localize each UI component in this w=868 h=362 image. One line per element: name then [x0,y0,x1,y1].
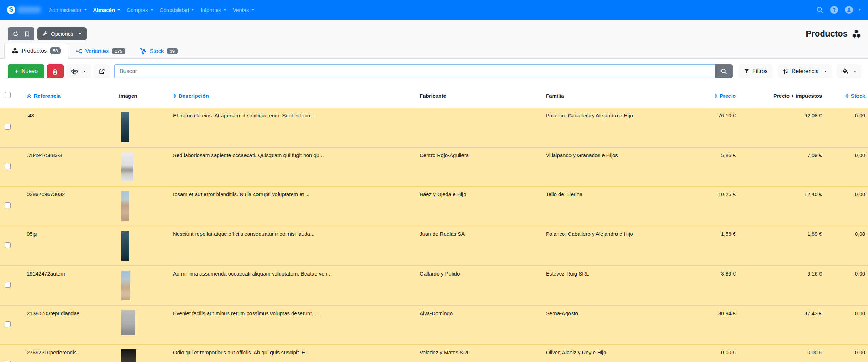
help-icon[interactable]: ? [830,6,838,14]
header-precio-impuestos: Precio + impuestos [739,84,825,108]
header-precio[interactable]: Precio [677,84,739,108]
cell-referencia: 27692310perferendis [18,344,116,362]
chevron-down-icon [84,9,87,11]
search-submit-button[interactable] [715,64,733,78]
table-row[interactable]: 19142472autem Ad minima assumenda occaec… [0,266,868,305]
product-thumbnail [121,231,129,261]
tab-stock[interactable]: Stock 39 [133,43,185,59]
filter-icon [744,69,749,74]
cell-descripcion: Eveniet facilis aut minus rerum possimus… [169,305,417,344]
cell-precio: 76,10 € [677,108,739,147]
cell-precio-impuestos: 9,16 € [739,266,825,305]
product-thumbnail [121,152,133,181]
table-row[interactable]: 27692310perferendis Odio qui et temporib… [0,344,868,362]
sort-amount-icon [783,69,789,75]
tab-count-badge: 58 [50,47,60,54]
options-button[interactable]: Opciones [37,27,87,40]
row-checkbox[interactable] [5,282,11,288]
cell-fabricante: Centro Rojo-Aguilera [417,147,542,186]
cell-precio: 8,89 € [677,266,739,305]
cell-fabricante: Alva-Domingo [417,305,542,344]
menu-item-ventas[interactable]: Ventas [230,4,257,16]
cell-precio: 10,25 € [677,186,739,226]
cell-referencia: 19142472autem [18,266,116,305]
top-navbar: S Administrador Almacén Compras Contabil… [0,0,868,20]
tab-count-badge: 175 [112,48,125,54]
search-icon [721,68,727,75]
search-icon[interactable] [816,6,823,13]
cell-familia: Tello de Tijerina [542,186,677,226]
cell-stock: 0,00 [825,266,868,305]
menu-item-administrador[interactable]: Administrador [46,4,90,16]
row-checkbox[interactable] [5,124,11,130]
variants-icon [76,48,82,54]
cell-imagen [116,226,169,266]
print-button[interactable] [66,64,91,78]
tab-productos[interactable]: Productos 58 [4,43,68,59]
sort-button[interactable]: Referencia [778,64,832,78]
cell-familia: Polanco, Caballero y Alejandro e Hijo [542,108,677,147]
navbar-left: S Administrador Almacén Compras Contabil… [7,4,257,16]
cell-imagen [116,344,169,362]
sort-updown-icon [845,93,849,98]
header-referencia[interactable]: Referencia [18,84,116,108]
chevron-down-icon [251,9,254,11]
export-fill-button[interactable] [837,64,862,78]
row-checkbox[interactable] [5,163,11,169]
wrench-icon [43,31,48,37]
row-checkbox[interactable] [5,202,11,208]
bookmark-icon[interactable] [24,31,30,37]
cell-referencia: .48 [18,108,116,147]
cubes-icon [852,29,861,38]
user-menu[interactable] [845,6,861,14]
header-stock[interactable]: Stock [825,84,868,108]
printer-icon [71,68,78,75]
header-descripcion[interactable]: Descripción [169,84,417,108]
cell-imagen [116,266,169,305]
header-familia: Familia [542,84,677,108]
chevron-down-icon [151,9,153,11]
subheader: Opciones Productos Productos 58 Variante… [0,20,868,59]
delete-button[interactable] [47,64,64,78]
row-checkbox[interactable] [5,321,11,327]
cell-fabricante: Valadez y Matos SRL [417,344,542,362]
cell-descripcion: Sed laboriosam sapiente occaecati. Quisq… [169,147,417,186]
menu-item-compras[interactable]: Compras [123,4,157,16]
cell-descripcion: Ipsam et aut error blanditiis. Nulla cor… [169,186,417,226]
table-row[interactable]: 0389209673032 Ipsam et aut error blandit… [0,186,868,226]
navbar-right: ? [816,6,861,14]
search-input[interactable] [114,64,715,78]
tab-variantes[interactable]: Variantes 175 [68,43,133,59]
app-logo-icon[interactable]: S [7,6,15,14]
row-checkbox[interactable] [5,242,11,248]
cell-fabricante: Gallardo y Pulido [417,266,542,305]
table-row[interactable]: 21380703repudiandae Eveniet facilis aut … [0,305,868,344]
refresh-icon[interactable] [13,31,19,37]
header-fabricante: Fabricante [417,84,542,108]
chevron-down-icon [117,9,120,11]
cell-precio: 0,00 € [677,344,739,362]
header-imagen: imagen [116,84,169,108]
menu-item-almacen[interactable]: Almacén [90,4,124,16]
cell-precio-impuestos: 0,00 € [739,344,825,362]
cell-fabricante: - [417,108,542,147]
cubes-icon [12,47,18,54]
new-button[interactable]: + Nuevo [8,64,44,78]
menu-item-contabilidad[interactable]: Contabilidad [157,4,197,16]
chevron-down-icon [83,71,86,72]
tab-bar: Productos 58 Variantes 175 Stock 39 [0,41,868,59]
menu-item-informes[interactable]: Informes [197,4,229,16]
table-row[interactable]: 05jg Nesciunt repellat atque officiis co… [0,226,868,266]
table-row[interactable]: .7849475883-3 Sed laboriosam sapiente oc… [0,147,868,186]
cell-stock: 0,00 [825,147,868,186]
cell-stock: 0,00 [825,186,868,226]
row-checkbox[interactable] [5,361,11,362]
filters-button[interactable]: Filtros [739,64,773,78]
cell-fabricante: Juan de Ruelas SA [417,226,542,266]
plus-icon: + [14,68,19,75]
table-row[interactable]: .48 Et nemo illo eius. At aperiam id sim… [0,108,868,147]
open-external-button[interactable] [94,64,110,78]
brand-redacted [18,6,41,13]
sort-updown-icon [714,93,718,98]
select-all-checkbox[interactable] [5,92,11,98]
